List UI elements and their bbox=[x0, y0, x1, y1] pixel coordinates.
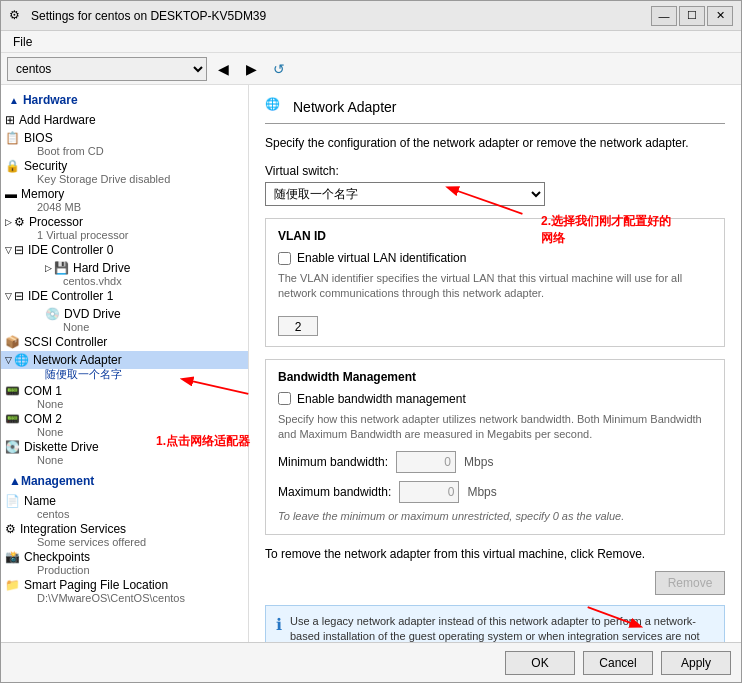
titlebar-buttons: — ☐ ✕ bbox=[651, 6, 733, 26]
sidebar-item-add-hardware[interactable]: ⊞ Add Hardware bbox=[1, 111, 248, 129]
ide0-icon: ⊟ bbox=[14, 243, 24, 257]
ide0-expand: ▽ bbox=[5, 245, 12, 255]
sidebar-item-security[interactable]: 🔒 Security Key Storage Drive disabled bbox=[1, 157, 248, 185]
integration-label: Integration Services bbox=[20, 522, 126, 536]
sidebar-item-ide0[interactable]: ▽ ⊟ IDE Controller 0 bbox=[1, 241, 248, 259]
panel-title: Network Adapter bbox=[293, 99, 397, 115]
min-bw-unit: Mbps bbox=[464, 455, 493, 469]
sidebar-item-ide1[interactable]: ▽ ⊟ IDE Controller 1 bbox=[1, 287, 248, 305]
sidebar-item-smartpaging[interactable]: 📁 Smart Paging File Location D:\VMwareOS… bbox=[1, 576, 248, 604]
management-chevron: ▲ bbox=[9, 474, 21, 488]
sidebar-item-checkpoints[interactable]: 📸 Checkpoints Production bbox=[1, 548, 248, 576]
vlan-value: 2 bbox=[278, 316, 318, 336]
toolbar: centos ◀ ▶ ↺ bbox=[1, 53, 741, 85]
vlan-title: VLAN ID bbox=[278, 229, 712, 243]
min-bw-row: Minimum bandwidth: Mbps bbox=[278, 451, 712, 473]
max-bw-row: Maximum bandwidth: Mbps bbox=[278, 481, 712, 503]
processor-expand: ▷ bbox=[5, 217, 12, 227]
com1-icon: 📟 bbox=[5, 384, 20, 398]
info-icon: ℹ bbox=[276, 614, 282, 642]
name-label: Name bbox=[24, 494, 56, 508]
panel-desc: Specify the configuration of the network… bbox=[265, 136, 725, 150]
min-bw-input[interactable] bbox=[396, 451, 456, 473]
menu-file[interactable]: File bbox=[5, 33, 40, 51]
bw-section: Bandwidth Management Enable bandwidth ma… bbox=[265, 359, 725, 535]
vlan-info: The VLAN identifier specifies the virtua… bbox=[278, 271, 712, 302]
close-button[interactable]: ✕ bbox=[707, 6, 733, 26]
network-expand: ▽ bbox=[5, 355, 12, 365]
window-title: Settings for centos on DESKTOP-KV5DM39 bbox=[31, 9, 651, 23]
bw-checkbox-row: Enable bandwidth management bbox=[278, 392, 712, 406]
refresh-button[interactable]: ↺ bbox=[267, 57, 291, 81]
sidebar-item-integration[interactable]: ⚙ Integration Services Some services off… bbox=[1, 520, 248, 548]
forward-button[interactable]: ▶ bbox=[239, 57, 263, 81]
scsi-icon: 📦 bbox=[5, 335, 20, 349]
virtual-switch-select[interactable]: 随便取一个名字 bbox=[265, 182, 545, 206]
max-bw-label: Maximum bandwidth: bbox=[278, 485, 391, 499]
vm-selector[interactable]: centos bbox=[7, 57, 207, 81]
main-area: ▲ Hardware ⊞ Add Hardware 📋 BIOS Boot fr… bbox=[1, 85, 741, 642]
dvd-label: DVD Drive bbox=[64, 307, 121, 321]
cancel-button[interactable]: Cancel bbox=[583, 651, 653, 675]
name-sub: centos bbox=[1, 508, 248, 520]
sidebar-item-dvd[interactable]: 💿 DVD Drive None bbox=[1, 305, 248, 333]
ok-button[interactable]: OK bbox=[505, 651, 575, 675]
sidebar-item-com1[interactable]: 📟 COM 1 None bbox=[1, 382, 248, 410]
bios-label: BIOS bbox=[24, 131, 53, 145]
sidebar-item-bios[interactable]: 📋 BIOS Boot from CD bbox=[1, 129, 248, 157]
dvd-sub: None bbox=[1, 321, 248, 333]
smartpaging-icon: 📁 bbox=[5, 578, 20, 592]
hardware-chevron: ▲ bbox=[9, 95, 19, 106]
processor-icon: ⚙ bbox=[14, 215, 25, 229]
sidebar-item-scsi[interactable]: 📦 SCSI Controller bbox=[1, 333, 248, 351]
vlan-checkbox[interactable] bbox=[278, 252, 291, 265]
com2-sub: None bbox=[1, 426, 248, 438]
checkpoints-sub: Production bbox=[1, 564, 248, 576]
main-window: ⚙ Settings for centos on DESKTOP-KV5DM39… bbox=[0, 0, 742, 683]
virtual-switch-row: 随便取一个名字 bbox=[265, 182, 725, 206]
network-sub: 随便取一个名字 bbox=[1, 367, 248, 382]
virtual-switch-label: Virtual switch: bbox=[265, 164, 725, 178]
sidebar-item-name[interactable]: 📄 Name centos bbox=[1, 492, 248, 520]
apply-button[interactable]: Apply bbox=[661, 651, 731, 675]
bw-info: Specify how this network adapter utilize… bbox=[278, 412, 712, 443]
processor-sub: 1 Virtual processor bbox=[1, 229, 248, 241]
hardware-section-header[interactable]: ▲ Hardware bbox=[1, 89, 248, 111]
processor-label: Processor bbox=[29, 215, 83, 229]
remove-button[interactable]: Remove bbox=[655, 571, 725, 595]
sidebar-item-diskette[interactable]: 💽 Diskette Drive None bbox=[1, 438, 248, 466]
remove-btn-row: Remove bbox=[265, 571, 725, 595]
minimize-button[interactable]: — bbox=[651, 6, 677, 26]
harddrive-icon: 💾 bbox=[54, 261, 69, 275]
add-hardware-label: Add Hardware bbox=[19, 113, 96, 127]
integration-sub: Some services offered bbox=[1, 536, 248, 548]
sidebar-item-memory[interactable]: ▬ Memory 2048 MB bbox=[1, 185, 248, 213]
panel-title-row: 🌐 Network Adapter bbox=[265, 97, 725, 124]
diskette-icon: 💽 bbox=[5, 440, 20, 454]
diskette-label: Diskette Drive bbox=[24, 440, 99, 454]
sidebar-item-processor[interactable]: ▷ ⚙ Processor 1 Virtual processor bbox=[1, 213, 248, 241]
hd-expand: ▷ bbox=[45, 263, 52, 273]
scsi-label: SCSI Controller bbox=[24, 335, 107, 349]
diskette-sub: None bbox=[1, 454, 248, 466]
remove-notice: To remove the network adapter from this … bbox=[265, 547, 725, 561]
memory-label: Memory bbox=[21, 187, 64, 201]
ide1-icon: ⊟ bbox=[14, 289, 24, 303]
legacy-info-text: Use a legacy network adapter instead of … bbox=[290, 614, 714, 642]
sidebar-item-harddrive[interactable]: ▷ 💾 Hard Drive centos.vhdx bbox=[1, 259, 248, 287]
sidebar-item-com2[interactable]: 📟 COM 2 None bbox=[1, 410, 248, 438]
bw-checkbox[interactable] bbox=[278, 392, 291, 405]
network-icon: 🌐 bbox=[14, 353, 29, 367]
checkpoints-icon: 📸 bbox=[5, 550, 20, 564]
com2-icon: 📟 bbox=[5, 412, 20, 426]
back-button[interactable]: ◀ bbox=[211, 57, 235, 81]
checkpoints-label: Checkpoints bbox=[24, 550, 90, 564]
management-section-header[interactable]: ▲ Management bbox=[1, 470, 248, 492]
sidebar-item-network[interactable]: ▽ 🌐 Network Adapter 随便取一个名字 bbox=[1, 351, 248, 382]
window-icon: ⚙ bbox=[9, 8, 25, 24]
maximize-button[interactable]: ☐ bbox=[679, 6, 705, 26]
max-bw-input[interactable] bbox=[399, 481, 459, 503]
bw-checkbox-label: Enable bandwidth management bbox=[297, 392, 466, 406]
ide1-expand: ▽ bbox=[5, 291, 12, 301]
smartpaging-sub: D:\VMwareOS\CentOS\centos bbox=[1, 592, 248, 604]
